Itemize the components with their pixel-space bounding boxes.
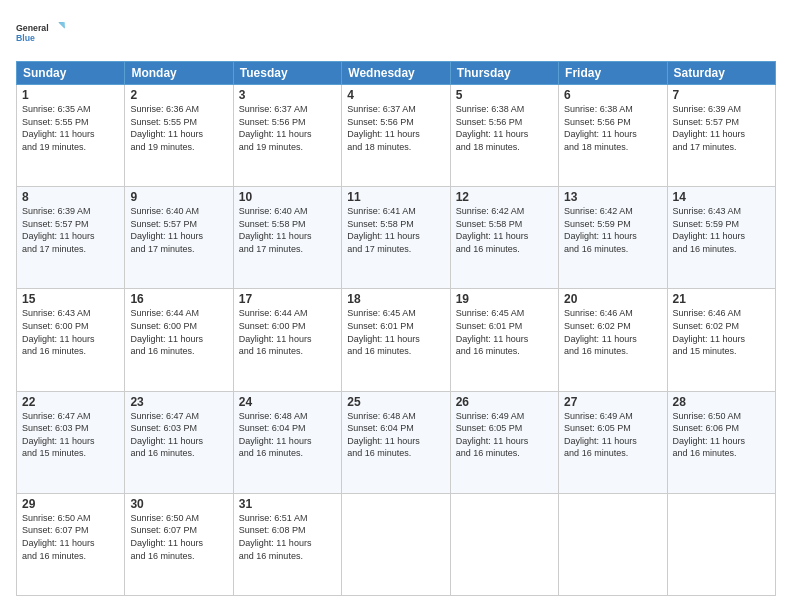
- calendar-cell: 4Sunrise: 6:37 AM Sunset: 5:56 PM Daylig…: [342, 85, 450, 187]
- day-number: 2: [130, 88, 227, 102]
- day-number: 17: [239, 292, 336, 306]
- svg-text:General: General: [16, 23, 49, 33]
- day-info: Sunrise: 6:49 AM Sunset: 6:05 PM Dayligh…: [564, 410, 661, 460]
- day-info: Sunrise: 6:47 AM Sunset: 6:03 PM Dayligh…: [130, 410, 227, 460]
- day-info: Sunrise: 6:46 AM Sunset: 6:02 PM Dayligh…: [564, 307, 661, 357]
- day-info: Sunrise: 6:50 AM Sunset: 6:06 PM Dayligh…: [673, 410, 770, 460]
- calendar-cell: 20Sunrise: 6:46 AM Sunset: 6:02 PM Dayli…: [559, 289, 667, 391]
- day-info: Sunrise: 6:41 AM Sunset: 5:58 PM Dayligh…: [347, 205, 444, 255]
- calendar-cell: 7Sunrise: 6:39 AM Sunset: 5:57 PM Daylig…: [667, 85, 775, 187]
- calendar-cell: 3Sunrise: 6:37 AM Sunset: 5:56 PM Daylig…: [233, 85, 341, 187]
- calendar-cell: [342, 493, 450, 595]
- calendar-cell: 9Sunrise: 6:40 AM Sunset: 5:57 PM Daylig…: [125, 187, 233, 289]
- calendar-cell: 14Sunrise: 6:43 AM Sunset: 5:59 PM Dayli…: [667, 187, 775, 289]
- day-info: Sunrise: 6:40 AM Sunset: 5:58 PM Dayligh…: [239, 205, 336, 255]
- day-number: 23: [130, 395, 227, 409]
- calendar-cell: 12Sunrise: 6:42 AM Sunset: 5:58 PM Dayli…: [450, 187, 558, 289]
- day-header-friday: Friday: [559, 62, 667, 85]
- day-info: Sunrise: 6:46 AM Sunset: 6:02 PM Dayligh…: [673, 307, 770, 357]
- calendar-cell: 2Sunrise: 6:36 AM Sunset: 5:55 PM Daylig…: [125, 85, 233, 187]
- day-number: 15: [22, 292, 119, 306]
- calendar-cell: 21Sunrise: 6:46 AM Sunset: 6:02 PM Dayli…: [667, 289, 775, 391]
- logo-svg: General Blue: [16, 16, 66, 51]
- day-number: 16: [130, 292, 227, 306]
- day-number: 22: [22, 395, 119, 409]
- day-number: 26: [456, 395, 553, 409]
- day-number: 10: [239, 190, 336, 204]
- day-info: Sunrise: 6:43 AM Sunset: 5:59 PM Dayligh…: [673, 205, 770, 255]
- day-info: Sunrise: 6:40 AM Sunset: 5:57 PM Dayligh…: [130, 205, 227, 255]
- day-number: 25: [347, 395, 444, 409]
- day-info: Sunrise: 6:42 AM Sunset: 5:59 PM Dayligh…: [564, 205, 661, 255]
- svg-text:Blue: Blue: [16, 33, 35, 43]
- calendar-cell: 25Sunrise: 6:48 AM Sunset: 6:04 PM Dayli…: [342, 391, 450, 493]
- calendar-cell: 10Sunrise: 6:40 AM Sunset: 5:58 PM Dayli…: [233, 187, 341, 289]
- calendar-cell: 6Sunrise: 6:38 AM Sunset: 5:56 PM Daylig…: [559, 85, 667, 187]
- day-number: 31: [239, 497, 336, 511]
- day-number: 21: [673, 292, 770, 306]
- day-header-monday: Monday: [125, 62, 233, 85]
- calendar-cell: 22Sunrise: 6:47 AM Sunset: 6:03 PM Dayli…: [17, 391, 125, 493]
- calendar-cell: 24Sunrise: 6:48 AM Sunset: 6:04 PM Dayli…: [233, 391, 341, 493]
- calendar-cell: 30Sunrise: 6:50 AM Sunset: 6:07 PM Dayli…: [125, 493, 233, 595]
- calendar-cell: 8Sunrise: 6:39 AM Sunset: 5:57 PM Daylig…: [17, 187, 125, 289]
- calendar-cell: 27Sunrise: 6:49 AM Sunset: 6:05 PM Dayli…: [559, 391, 667, 493]
- day-number: 12: [456, 190, 553, 204]
- calendar-cell: 17Sunrise: 6:44 AM Sunset: 6:00 PM Dayli…: [233, 289, 341, 391]
- day-header-thursday: Thursday: [450, 62, 558, 85]
- day-info: Sunrise: 6:48 AM Sunset: 6:04 PM Dayligh…: [347, 410, 444, 460]
- calendar-week-3: 15Sunrise: 6:43 AM Sunset: 6:00 PM Dayli…: [17, 289, 776, 391]
- calendar-cell: 15Sunrise: 6:43 AM Sunset: 6:00 PM Dayli…: [17, 289, 125, 391]
- calendar-cell: 31Sunrise: 6:51 AM Sunset: 6:08 PM Dayli…: [233, 493, 341, 595]
- day-info: Sunrise: 6:39 AM Sunset: 5:57 PM Dayligh…: [673, 103, 770, 153]
- day-info: Sunrise: 6:38 AM Sunset: 5:56 PM Dayligh…: [564, 103, 661, 153]
- day-number: 30: [130, 497, 227, 511]
- day-number: 29: [22, 497, 119, 511]
- day-info: Sunrise: 6:47 AM Sunset: 6:03 PM Dayligh…: [22, 410, 119, 460]
- day-info: Sunrise: 6:38 AM Sunset: 5:56 PM Dayligh…: [456, 103, 553, 153]
- svg-marker-3: [59, 22, 65, 28]
- day-info: Sunrise: 6:49 AM Sunset: 6:05 PM Dayligh…: [456, 410, 553, 460]
- day-header-sunday: Sunday: [17, 62, 125, 85]
- day-number: 19: [456, 292, 553, 306]
- day-number: 3: [239, 88, 336, 102]
- day-number: 28: [673, 395, 770, 409]
- day-info: Sunrise: 6:45 AM Sunset: 6:01 PM Dayligh…: [456, 307, 553, 357]
- day-number: 1: [22, 88, 119, 102]
- day-number: 13: [564, 190, 661, 204]
- day-info: Sunrise: 6:37 AM Sunset: 5:56 PM Dayligh…: [347, 103, 444, 153]
- day-header-saturday: Saturday: [667, 62, 775, 85]
- calendar-cell: 26Sunrise: 6:49 AM Sunset: 6:05 PM Dayli…: [450, 391, 558, 493]
- day-info: Sunrise: 6:43 AM Sunset: 6:00 PM Dayligh…: [22, 307, 119, 357]
- day-info: Sunrise: 6:36 AM Sunset: 5:55 PM Dayligh…: [130, 103, 227, 153]
- day-info: Sunrise: 6:48 AM Sunset: 6:04 PM Dayligh…: [239, 410, 336, 460]
- day-info: Sunrise: 6:37 AM Sunset: 5:56 PM Dayligh…: [239, 103, 336, 153]
- calendar-cell: 16Sunrise: 6:44 AM Sunset: 6:00 PM Dayli…: [125, 289, 233, 391]
- calendar-cell: [667, 493, 775, 595]
- header: General Blue: [16, 16, 776, 51]
- day-number: 5: [456, 88, 553, 102]
- calendar-week-5: 29Sunrise: 6:50 AM Sunset: 6:07 PM Dayli…: [17, 493, 776, 595]
- calendar-cell: 1Sunrise: 6:35 AM Sunset: 5:55 PM Daylig…: [17, 85, 125, 187]
- page: General Blue SundayMondayTuesdayWednesda…: [0, 0, 792, 612]
- day-info: Sunrise: 6:44 AM Sunset: 6:00 PM Dayligh…: [239, 307, 336, 357]
- calendar-cell: 13Sunrise: 6:42 AM Sunset: 5:59 PM Dayli…: [559, 187, 667, 289]
- calendar-week-1: 1Sunrise: 6:35 AM Sunset: 5:55 PM Daylig…: [17, 85, 776, 187]
- calendar-cell: 19Sunrise: 6:45 AM Sunset: 6:01 PM Dayli…: [450, 289, 558, 391]
- day-number: 4: [347, 88, 444, 102]
- day-number: 20: [564, 292, 661, 306]
- calendar-cell: 11Sunrise: 6:41 AM Sunset: 5:58 PM Dayli…: [342, 187, 450, 289]
- day-info: Sunrise: 6:35 AM Sunset: 5:55 PM Dayligh…: [22, 103, 119, 153]
- calendar-cell: 18Sunrise: 6:45 AM Sunset: 6:01 PM Dayli…: [342, 289, 450, 391]
- calendar-cell: [559, 493, 667, 595]
- day-info: Sunrise: 6:51 AM Sunset: 6:08 PM Dayligh…: [239, 512, 336, 562]
- calendar-header-row: SundayMondayTuesdayWednesdayThursdayFrid…: [17, 62, 776, 85]
- calendar-cell: 5Sunrise: 6:38 AM Sunset: 5:56 PM Daylig…: [450, 85, 558, 187]
- calendar-table: SundayMondayTuesdayWednesdayThursdayFrid…: [16, 61, 776, 596]
- day-info: Sunrise: 6:50 AM Sunset: 6:07 PM Dayligh…: [22, 512, 119, 562]
- day-number: 6: [564, 88, 661, 102]
- logo: General Blue: [16, 16, 66, 51]
- day-number: 7: [673, 88, 770, 102]
- day-number: 11: [347, 190, 444, 204]
- day-header-wednesday: Wednesday: [342, 62, 450, 85]
